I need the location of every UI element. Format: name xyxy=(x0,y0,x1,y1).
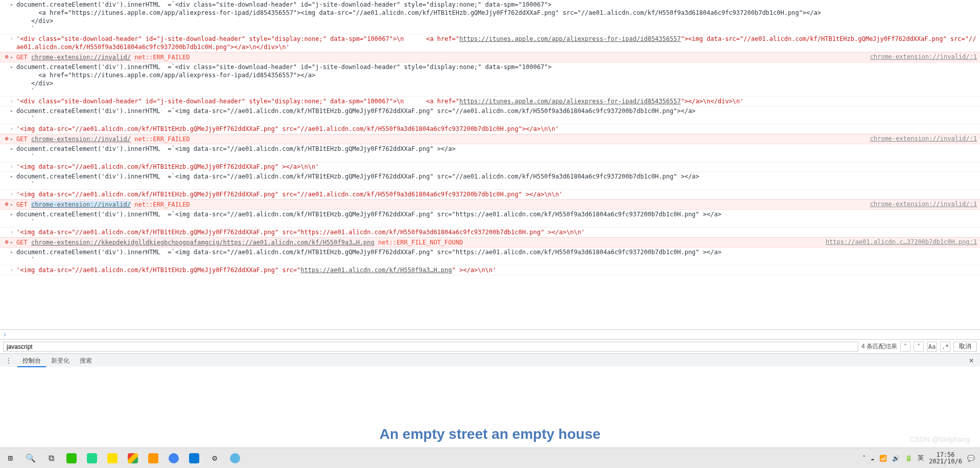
tray-battery-icon[interactable]: 🔋 xyxy=(905,455,913,462)
console-ret-row[interactable]: ‹'<div class="site-download-header" id="… xyxy=(0,34,980,52)
cancel-filter-button[interactable]: 取消 xyxy=(953,342,977,352)
console-err-row[interactable]: ⊗▸GET chrome-extension://invalid/ net::E… xyxy=(0,52,980,62)
disclosure-triangle-icon[interactable]: ‹ xyxy=(10,97,16,105)
tray-notifications-icon[interactable]: 💬 xyxy=(967,455,975,462)
console-ret-row[interactable]: ‹'<div class="site-download-header" id="… xyxy=(0,97,980,106)
console-ret-row[interactable]: ‹'<img data-src="//ae01.alicdn.com/kf/HT… xyxy=(0,190,980,199)
console-log-row[interactable]: ▸document.createElement('div').innerHTML… xyxy=(0,0,980,34)
search-icon[interactable]: 🔍 xyxy=(20,448,41,469)
source-link[interactable]: chrome-extension://invalid/:1 xyxy=(859,200,977,208)
app-wechat-icon[interactable] xyxy=(61,448,82,469)
log-text: GET chrome-extension://kkepdekidglldkieg… xyxy=(16,238,815,247)
drawer-tabs: ⋮ 控制台 新变化 搜索 × xyxy=(0,353,980,367)
drawer-menu-icon[interactable]: ⋮ xyxy=(0,356,17,365)
error-icon: ⊗ xyxy=(3,135,10,142)
app-pycharm-icon[interactable] xyxy=(82,448,102,469)
task-view-icon[interactable]: ⧉ xyxy=(41,448,61,469)
windows-taskbar: ⊞ 🔍 ⧉ ⚙ ˄ ☁ 📶 🔊 🔋 英 17:562021/10/6 💬 xyxy=(0,448,980,468)
console-output[interactable]: ▸document.createElement('div').innerHTML… xyxy=(0,0,980,330)
disclosure-triangle-icon[interactable]: ▸ xyxy=(10,248,16,256)
url-link[interactable]: chrome-extension://invalid/ xyxy=(31,136,131,143)
match-count: 4 条匹配结果 xyxy=(861,342,897,351)
regex-button[interactable]: .* xyxy=(940,342,950,352)
source-link[interactable]: https://ae01.alicdn.c…37200b7db1c0H.png:… xyxy=(815,238,977,246)
tab-search[interactable]: 搜索 xyxy=(75,354,97,367)
console-ret-row[interactable]: ‹'<img data-src="//ae01.alicdn.com/kf/HT… xyxy=(0,265,980,275)
video-subtitle: An empty street an empty house xyxy=(380,426,601,442)
console-prompt[interactable]: › xyxy=(0,330,980,339)
app-settings-icon[interactable]: ⚙ xyxy=(204,448,225,469)
source-link[interactable]: chrome-extension://invalid/:1 xyxy=(859,135,977,142)
error-icon: ⊗ xyxy=(3,53,10,60)
disclosure-triangle-icon[interactable]: ‹ xyxy=(10,125,16,133)
console-log-row[interactable]: ▸document.createElement('div').innerHTML… xyxy=(0,144,980,162)
console-log-row[interactable]: ▸document.createElement('div').innerHTML… xyxy=(0,106,980,124)
disclosure-triangle-icon[interactable]: ▸ xyxy=(10,210,16,218)
disclosure-triangle-icon[interactable]: ▸ xyxy=(10,172,16,181)
log-text: document.createElement('div').innerHTML … xyxy=(16,172,977,189)
disclosure-triangle-icon[interactable]: ▸ xyxy=(10,135,16,143)
next-match-button[interactable]: ˅ xyxy=(914,342,924,352)
tab-whatsnew[interactable]: 新变化 xyxy=(46,354,75,367)
log-text: document.createElement('div').innerHTML … xyxy=(16,210,977,227)
console-err-row[interactable]: ⊗▸GET chrome-extension://invalid/ net::E… xyxy=(0,134,980,144)
console-err-row[interactable]: ⊗▸GET chrome-extension://kkepdekidglldki… xyxy=(0,237,980,248)
app-phone-icon[interactable] xyxy=(184,448,204,469)
filter-input[interactable] xyxy=(3,342,858,352)
tray-wifi-icon[interactable]: 📶 xyxy=(879,455,887,462)
url-link[interactable]: chrome-extension://invalid/ xyxy=(31,201,131,208)
app-music-icon[interactable] xyxy=(102,448,123,469)
console-ret-row[interactable]: ‹'<img data-src="//ae01.alicdn.com/kf/HT… xyxy=(0,228,980,237)
disclosure-triangle-icon[interactable]: ▸ xyxy=(10,238,16,247)
disclosure-triangle-icon[interactable]: ‹ xyxy=(10,266,16,274)
filter-bar: 4 条匹配结果 ˄ ˅ Aa .* 取消 xyxy=(0,339,980,353)
console-log-row[interactable]: ▸document.createElement('div').innerHTML… xyxy=(0,210,980,228)
url-link[interactable]: chrome-extension://invalid/ xyxy=(31,54,131,61)
disclosure-triangle-icon[interactable]: ‹ xyxy=(10,190,16,198)
disclosure-triangle-icon[interactable]: ‹ xyxy=(10,163,16,171)
tray-clock[interactable]: 17:562021/10/6 xyxy=(929,452,962,465)
app-chromium-icon[interactable] xyxy=(164,448,184,469)
console-ret-row[interactable]: ‹'<img data-src="//ae01.alicdn.com/kf/HT… xyxy=(0,124,980,134)
app-sublime-icon[interactable] xyxy=(143,448,164,469)
log-text: '<img data-src="//ae01.alicdn.com/kf/HTB… xyxy=(16,228,977,236)
log-text: document.createElement('div').innerHTML … xyxy=(16,107,977,123)
console-err-row[interactable]: ⊗▸GET chrome-extension://invalid/ net::E… xyxy=(0,199,980,210)
tray-cloud-icon[interactable]: ☁ xyxy=(871,455,874,462)
close-drawer-icon[interactable]: × xyxy=(963,355,980,365)
tray-up-icon[interactable]: ˄ xyxy=(862,455,866,462)
tab-console[interactable]: 控制台 xyxy=(17,354,46,367)
url-link[interactable]: https://itunes.apple.com/app/aliexpress-… xyxy=(459,98,681,105)
disclosure-triangle-icon[interactable]: ▸ xyxy=(10,53,16,61)
watermark-text: CSDN @lonlyhang xyxy=(909,435,970,443)
start-button[interactable]: ⊞ xyxy=(0,448,20,469)
log-text: document.createElement('div').innerHTML … xyxy=(16,145,977,161)
tray-ime[interactable]: 英 xyxy=(918,454,924,462)
prev-match-button[interactable]: ˄ xyxy=(900,342,911,352)
match-case-button[interactable]: Aa xyxy=(927,342,937,352)
console-log-row[interactable]: ▸document.createElement('div').innerHTML… xyxy=(0,62,980,97)
disclosure-triangle-icon[interactable]: ▸ xyxy=(10,1,16,9)
tray-volume-icon[interactable]: 🔊 xyxy=(892,455,900,462)
source-link[interactable]: chrome-extension://invalid/:1 xyxy=(859,53,977,60)
disclosure-triangle-icon[interactable]: ▸ xyxy=(10,200,16,209)
log-text: document.createElement('div').innerHTML … xyxy=(16,1,977,33)
console-ret-row[interactable]: ‹'<img data-src="//ae01.alicdn.com/kf/HT… xyxy=(0,162,980,172)
log-text: document.createElement('div').innerHTML … xyxy=(16,63,977,96)
url-link[interactable]: https://ae01.alicdn.com/kf/H550f9a3…H.pn… xyxy=(300,266,452,274)
disclosure-triangle-icon[interactable]: ▸ xyxy=(10,107,16,115)
app-browser-icon[interactable] xyxy=(225,448,245,469)
console-log-row[interactable]: ▸document.createElement('div').innerHTML… xyxy=(0,172,980,190)
log-text: '<img data-src="//ae01.alicdn.com/kf/HTB… xyxy=(16,125,977,133)
disclosure-triangle-icon[interactable]: ‹ xyxy=(10,35,16,43)
disclosure-triangle-icon[interactable]: ▸ xyxy=(10,145,16,153)
console-log-row[interactable]: ▸document.createElement('div').innerHTML… xyxy=(0,248,980,265)
log-text: '<div class="site-download-header" id="j… xyxy=(16,97,977,105)
disclosure-triangle-icon[interactable]: ‹ xyxy=(10,228,16,236)
url-link[interactable]: chrome-extension://kkepdekidglldkiegbchp… xyxy=(31,239,375,246)
error-icon: ⊗ xyxy=(3,238,10,246)
url-link[interactable]: https://itunes.apple.com/app/aliexpress-… xyxy=(459,35,681,42)
app-chrome-icon[interactable] xyxy=(123,448,143,469)
log-text: '<img data-src="//ae01.alicdn.com/kf/HTB… xyxy=(16,266,977,274)
disclosure-triangle-icon[interactable]: ▸ xyxy=(10,63,16,71)
